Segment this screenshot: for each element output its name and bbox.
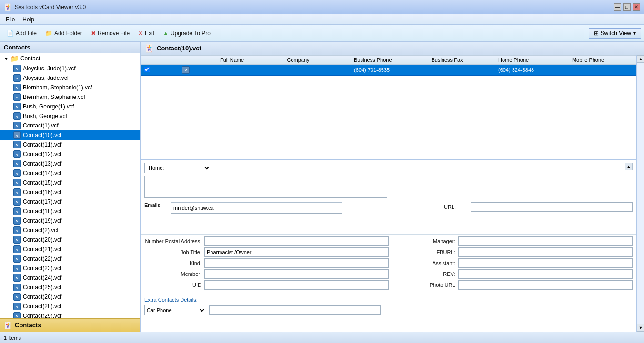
- sidebar-item-15[interactable]: v Contact(18).vcf: [0, 206, 140, 216]
- sidebar-item-1[interactable]: v Aloysius, Jude.vcf: [0, 73, 140, 83]
- sidebar-item-9[interactable]: v Contact(12).vcf: [0, 149, 140, 159]
- vcf-icon-22: v: [13, 274, 21, 282]
- field-input-manager[interactable]: [458, 236, 633, 246]
- sidebar-item-12[interactable]: v Contact(15).vcf: [0, 178, 140, 187]
- vcf-icon-17: v: [13, 226, 21, 234]
- row-icon: v: [179, 65, 217, 76]
- emails-block: Emails:: [144, 202, 434, 232]
- vcf-icon-26: v: [13, 312, 21, 318]
- exit-button[interactable]: ✕ Exit: [134, 29, 158, 38]
- sidebar-item-0[interactable]: v Aloysius, Jude(1).vcf: [0, 64, 140, 73]
- field-input-kind[interactable]: [204, 258, 389, 268]
- close-button[interactable]: ✕: [633, 3, 640, 11]
- url-row: URL:: [444, 202, 633, 212]
- sidebar-item-14[interactable]: v Contact(17).vcf: [0, 197, 140, 206]
- field-input-photo-url[interactable]: [458, 280, 633, 290]
- address-type-select[interactable]: Home: Work: Other:: [144, 163, 211, 173]
- field-label-kind: Kind:: [144, 260, 201, 266]
- add-folder-button[interactable]: 📁 Add Folder: [41, 29, 86, 38]
- field-input-member[interactable]: [204, 269, 389, 279]
- sidebar-item-23[interactable]: v Contact(25).vcf: [0, 283, 140, 292]
- sidebar-item-21[interactable]: v Contact(23).vcf: [0, 264, 140, 273]
- email-extra-textarea[interactable]: [171, 213, 342, 232]
- upgrade-button[interactable]: ▲ Upgrade To Pro: [159, 29, 214, 38]
- field-row-fburl: FBURL:: [398, 247, 633, 257]
- switch-view-button[interactable]: ⊞ Switch View ▾: [589, 28, 641, 39]
- col-business-fax[interactable]: Business Fax: [428, 56, 495, 65]
- sidebar-item-22[interactable]: v Contact(24).vcf: [0, 273, 140, 283]
- scroll-up-button[interactable]: ▲: [625, 163, 633, 170]
- row-home-phone: (604) 324-3848: [495, 65, 569, 76]
- vcf-icon-13: v: [13, 188, 21, 196]
- emails-row: Emails:: [144, 202, 434, 232]
- col-full-name[interactable]: Full Name: [217, 56, 284, 65]
- right-scrollbar[interactable]: ▲ ▼: [636, 55, 644, 332]
- sidebar-item-17[interactable]: v Contact(2).vcf: [0, 225, 140, 235]
- scroll-top-button[interactable]: ▲: [637, 55, 644, 63]
- contact-table-container[interactable]: Full Name Company Business Phone Busines…: [141, 55, 636, 160]
- sidebar-item-3[interactable]: v Biernham, Stephanie.vcf: [0, 92, 140, 102]
- scroll-bottom-button[interactable]: ▼: [637, 324, 644, 332]
- sidebar-item-10[interactable]: v Contact(13).vcf: [0, 159, 140, 168]
- address-section: Home: Work: Other: ▲: [141, 160, 636, 200]
- col-home-phone[interactable]: Home Phone: [495, 56, 569, 65]
- row-business-phone: (604) 731-8535: [351, 65, 428, 76]
- vcf-icon-25: v: [13, 303, 21, 310]
- row-company: [284, 65, 351, 76]
- email-input[interactable]: [171, 203, 342, 213]
- vcf-icon-12: v: [13, 179, 21, 186]
- address-textarea[interactable]: [144, 176, 387, 198]
- contact-table: Full Name Company Business Phone Busines…: [141, 55, 636, 76]
- exit-icon: ✕: [138, 30, 143, 37]
- sidebar-item-13[interactable]: v Contact(16).vcf: [0, 187, 140, 197]
- sidebar-item-6[interactable]: v Contact(1).vcf: [0, 121, 140, 130]
- field-input-rev[interactable]: [458, 269, 633, 279]
- maximize-button[interactable]: □: [623, 3, 631, 11]
- scroll-track: [637, 63, 644, 324]
- col-company[interactable]: Company: [284, 56, 351, 65]
- sidebar-tree-root[interactable]: ▼ 📁 Contact: [0, 53, 140, 64]
- sidebar-item-24[interactable]: v Contact(26).vcf: [0, 292, 140, 302]
- field-input-jobtitle[interactable]: [204, 247, 389, 257]
- row-checkbox[interactable]: [141, 65, 179, 76]
- sidebar-bottom-icon: 🃏: [4, 322, 12, 329]
- field-label-jobtitle: Job Title:: [144, 249, 201, 255]
- menu-help[interactable]: Help: [19, 15, 38, 24]
- add-file-button[interactable]: 📄 Add File: [3, 29, 40, 38]
- field-input-assistant[interactable]: [458, 258, 633, 268]
- address-type-row: Home: Work: Other:: [144, 163, 387, 173]
- field-input-uid[interactable]: [204, 280, 389, 290]
- content-area: 🃏 Contact(10).vcf Full Name Company: [141, 42, 644, 332]
- sidebar-item-11[interactable]: v Contact(14).vcf: [0, 168, 140, 178]
- fields-right: Manager: FBURL: Assistant:: [389, 236, 633, 290]
- field-input-fburl[interactable]: [458, 247, 633, 257]
- url-input[interactable]: [471, 202, 633, 212]
- minimize-button[interactable]: —: [614, 3, 621, 11]
- items-count: 1 Items: [4, 335, 21, 341]
- sidebar-item-25[interactable]: v Contact(28).vcf: [0, 302, 140, 311]
- phone-type-select[interactable]: Car Phone Home Phone Work Phone Mobile F…: [144, 305, 206, 315]
- sidebar-item-19[interactable]: v Contact(21).vcf: [0, 245, 140, 254]
- sidebar-item-2[interactable]: v Biernham, Stephanie(1).vcf: [0, 83, 140, 92]
- window-controls: — □ ✕: [614, 3, 640, 11]
- sidebar-tree[interactable]: ▼ 📁 Contact v Aloysius, Jude(1).vcf v Al…: [0, 53, 140, 318]
- sidebar-item-16[interactable]: v Contact(19).vcf: [0, 216, 140, 225]
- app-title: SysTools vCard Viewer v3.0: [15, 4, 614, 10]
- phone-value-input[interactable]: [209, 305, 381, 315]
- sidebar-item-26[interactable]: v Contact(29).vcf: [0, 311, 140, 318]
- remove-file-button[interactable]: ✖ Remove File: [87, 29, 133, 38]
- sidebar-item-5[interactable]: v Bush, George.vcf: [0, 111, 140, 121]
- sidebar-item-4[interactable]: v Bush, George(1).vcf: [0, 102, 140, 111]
- sidebar-item-20[interactable]: v Contact(22).vcf: [0, 254, 140, 264]
- col-checkbox: [141, 56, 179, 65]
- sidebar-bottom: 🃏 Contacts: [0, 318, 140, 332]
- sidebar-item-8[interactable]: v Contact(11).vcf: [0, 140, 140, 149]
- sidebar-item-7[interactable]: v Contact(10).vcf: [0, 130, 140, 140]
- table-row[interactable]: v (604) 731-8535 (604) 324-3848: [141, 65, 636, 76]
- col-business-phone[interactable]: Business Phone: [351, 56, 428, 65]
- fields-left: Number Postal Address: Job Title: Kind:: [144, 236, 389, 290]
- col-mobile-phone[interactable]: Mobile Phone: [569, 56, 636, 65]
- field-input-postal[interactable]: [204, 236, 389, 246]
- sidebar-item-18[interactable]: v Contact(20).vcf: [0, 235, 140, 245]
- menu-file[interactable]: File: [2, 15, 19, 24]
